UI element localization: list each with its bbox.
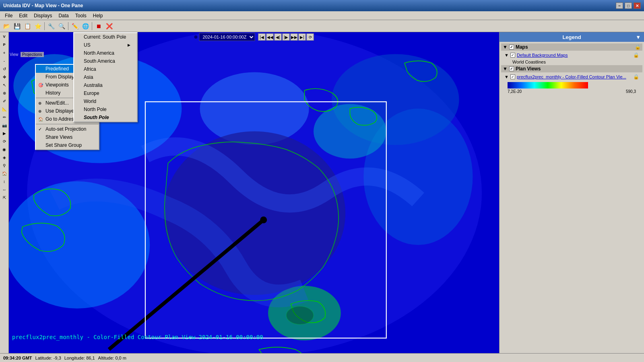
legend-content: ▼ ✓ Maps 🔒 ▼ ✓ Default Background Maps 🔒… [500, 42, 644, 353]
play-end-button[interactable]: ▶| [299, 33, 306, 41]
edit-tool[interactable]: ✐ [1, 97, 8, 105]
precflux-item: ▼ ✓ precflux2prec_monthly - Color-Filled… [501, 73, 642, 80]
zoom-out-tool[interactable]: - [1, 57, 8, 64]
share-views-label: Share Views [45, 134, 72, 140]
pan-tool[interactable]: ✥ [1, 73, 8, 80]
measure-tool[interactable]: 📐 [1, 105, 8, 113]
plan-views-section-header[interactable]: ▼ ✓ Plan Views [501, 65, 642, 72]
title-bar: Unidata IDV - Map View - One Pane – □ ✕ [0, 0, 644, 11]
precflux-checkbox[interactable]: ✓ [510, 74, 515, 79]
world-coastlines-item: World Coastlines [501, 59, 642, 65]
us-item[interactable]: US ▶ [74, 41, 137, 49]
africa-item[interactable]: Africa [74, 65, 137, 73]
new-edit-label: New/Edit... [45, 100, 69, 106]
sep-2 [36, 124, 99, 124]
maps-checkbox[interactable]: ✓ [509, 45, 514, 49]
map-area[interactable]: 2024-01-16 00:00:00Z |◀ ◀◀ ◀| |▶ ▶▶ ▶| ⟳… [9, 32, 499, 353]
asia-label: Asia [84, 74, 93, 80]
use-displayed-icon: ⊕ [38, 109, 41, 113]
precflux-lock-icon[interactable]: 🔒 [633, 74, 639, 80]
loop-button[interactable]: ⟳ [307, 33, 314, 41]
north-pole-item[interactable]: North Pole [74, 105, 137, 113]
extra-tool-1[interactable]: ◉ [1, 146, 8, 153]
main-layout: V P + - ↺ ✥ ↖ ⊕ ✐ 📐 ✏ 📷 ▶ ⟳ ◉ ◈ ⚲ 🏠 ↕ ↔ … [0, 32, 644, 353]
asia-item[interactable]: Asia [74, 73, 137, 81]
menu-tools[interactable]: Tools [72, 12, 90, 19]
cancel-button[interactable]: ❌ [104, 21, 114, 31]
save-button[interactable]: 💾 [12, 21, 22, 31]
world-item[interactable]: World [74, 97, 137, 105]
view-label[interactable]: View Projections [10, 52, 44, 57]
menu-edit[interactable]: Edit [16, 12, 31, 19]
maps-lock-icon[interactable]: 🔒 [635, 44, 641, 50]
search-button[interactable]: 🔍 [57, 21, 66, 31]
favorite-button[interactable]: ⭐ [33, 21, 43, 31]
minimize-button[interactable]: – [616, 2, 623, 9]
precflux-link[interactable]: precflux2prec_monthly - Color-Filled Con… [517, 74, 626, 79]
extra-tool-3[interactable]: ⚲ [1, 162, 8, 169]
status-lat: Latitude: -9,3 [35, 356, 61, 360]
open-button[interactable]: 📂 [2, 21, 11, 31]
history-label: History [45, 90, 60, 96]
share-views-item[interactable]: Share Views [36, 133, 99, 141]
play-forward-button[interactable]: ▶▶ [291, 33, 298, 41]
play-forward-step[interactable]: |▶ [283, 33, 290, 41]
toolbar-separator-2 [68, 22, 68, 30]
current-south-pole-item[interactable]: Current: South Pole [74, 33, 137, 41]
menu-data[interactable]: Data [55, 12, 72, 19]
set-share-group-item[interactable]: Set Share Group [36, 141, 99, 149]
south-america-item[interactable]: South America [74, 57, 137, 65]
maps-section-header[interactable]: ▼ ✓ Maps 🔒 [501, 43, 642, 51]
north-pole-label: North Pole [84, 107, 107, 112]
projections-label-active[interactable]: Projections [21, 52, 43, 57]
extra-tool-5[interactable]: ↕ [1, 178, 8, 185]
menu-help[interactable]: Help [90, 12, 106, 19]
zoom-in-tool[interactable]: + [1, 49, 8, 56]
loop-tool[interactable]: ⟳ [1, 138, 8, 145]
left-toolbar: V P + - ↺ ✥ ↖ ⊕ ✐ 📐 ✏ 📷 ▶ ⟳ ◉ ◈ ⚲ 🏠 ↕ ↔ … [0, 32, 9, 353]
new-edit-icon: ⊕ [38, 101, 41, 105]
datetime-selector[interactable]: 2024-01-16 00:00:00Z [199, 33, 255, 41]
toolbar-separator-3 [92, 22, 92, 30]
extra-tool-7[interactable]: ⇱ [1, 194, 8, 201]
set-share-group-label: Set Share Group [45, 142, 82, 148]
rotate-tool[interactable]: ↺ [1, 65, 8, 72]
extra-tool-2[interactable]: ◈ [1, 154, 8, 161]
settings-button[interactable]: 🔧 [46, 21, 56, 31]
globe-button[interactable]: 🌐 [80, 21, 90, 31]
auto-set-item[interactable]: ✓ Auto-set Projection [36, 125, 99, 133]
go-to-address-icon: 🏠 [38, 117, 43, 121]
screenshot-tool[interactable]: 📷 [1, 121, 8, 129]
auto-set-check: ✓ [38, 127, 42, 132]
plan-views-checkbox[interactable]: ✓ [509, 66, 514, 71]
colorbar-min: 7,2E-20 [508, 89, 522, 94]
legend-expand-icon[interactable]: ▼ [636, 34, 641, 40]
play-start-button[interactable]: |◀ [258, 33, 266, 41]
play-back-step[interactable]: ◀| [275, 33, 282, 41]
maps-collapse-icon: ▼ [503, 44, 508, 50]
close-button[interactable]: ✕ [634, 2, 641, 9]
select-tool[interactable]: ↖ [1, 81, 8, 88]
north-america-item[interactable]: North America [74, 49, 137, 57]
extra-tool-6[interactable]: ↔ [1, 186, 8, 193]
draw-button[interactable]: ✏️ [70, 21, 80, 31]
stop-button[interactable]: ⏹ [94, 21, 103, 31]
proj-menu-btn[interactable]: P [1, 41, 8, 48]
view-menu-btn[interactable]: V [1, 33, 8, 40]
default-bg-maps-link[interactable]: Default Background Maps [517, 53, 568, 58]
default-bg-lock-icon[interactable]: 🔒 [633, 52, 639, 58]
colorbar-container: 7,2E-20 590,3 [501, 80, 642, 95]
extra-tool-4[interactable]: 🏠 [1, 170, 8, 177]
default-bg-checkbox[interactable]: ✓ [510, 53, 515, 58]
drawing-tool[interactable]: ✏ [1, 113, 8, 121]
menu-file[interactable]: File [2, 12, 16, 19]
play-back-button[interactable]: ◀◀ [266, 33, 274, 41]
probe-tool[interactable]: ⊕ [1, 89, 8, 97]
menu-displays[interactable]: Displays [31, 12, 55, 19]
animation-tool[interactable]: ▶ [1, 130, 8, 137]
south-pole-item[interactable]: South Pole [74, 113, 137, 121]
europe-item[interactable]: Europe [74, 89, 137, 97]
copy-button[interactable]: 📋 [23, 21, 32, 31]
australia-item[interactable]: Australia [74, 81, 137, 89]
maximize-button[interactable]: □ [625, 2, 632, 9]
